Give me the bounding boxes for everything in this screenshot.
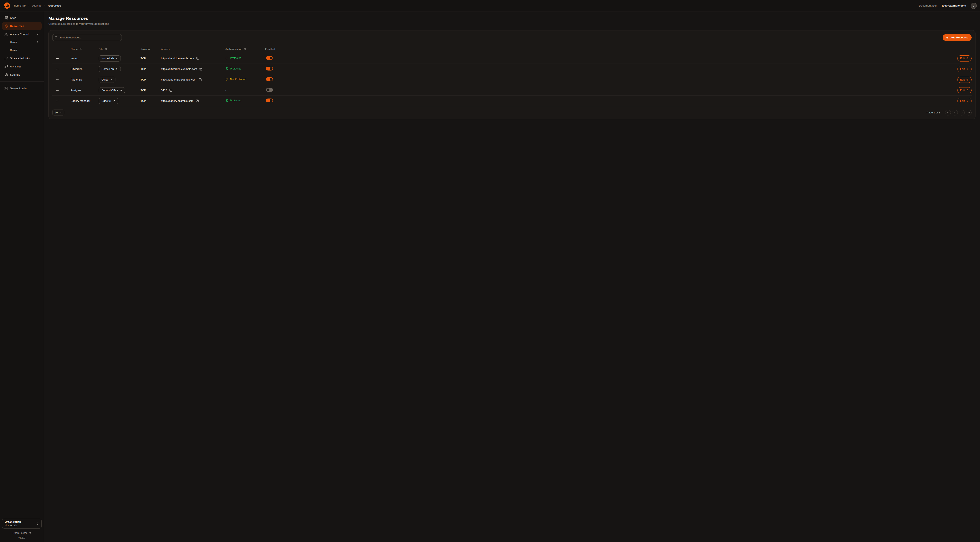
table-row: Battery Manager Edge 01 TCP https://batt… bbox=[52, 96, 320, 106]
table-body: Immich Home Lab TCP https://immich.examp… bbox=[52, 53, 320, 106]
sidebar-item-label: Users bbox=[10, 41, 17, 44]
auth-label: Not Protected bbox=[230, 78, 247, 81]
auth-label: Protected bbox=[230, 56, 242, 59]
table-row: Postgres Second Office TCP 5432 bbox=[52, 85, 320, 96]
site-link-button[interactable]: Home Lab bbox=[99, 56, 121, 62]
arrow-up-right-icon bbox=[113, 100, 115, 102]
sort-icon bbox=[79, 48, 82, 51]
table-row: Authentik Office TCP https://authentik.e… bbox=[52, 74, 320, 85]
arrow-up-right-icon bbox=[115, 57, 118, 60]
chevron-down-icon bbox=[59, 112, 62, 114]
enabled-toggle[interactable] bbox=[266, 77, 273, 81]
resource-protocol: TCP bbox=[140, 78, 161, 81]
row-menu-button[interactable] bbox=[55, 56, 60, 61]
arrow-up-right-icon bbox=[120, 89, 122, 92]
search-wrap bbox=[52, 34, 122, 41]
copy-icon bbox=[196, 57, 199, 60]
header-access: Access bbox=[161, 48, 225, 51]
page-subtitle: Create secure proxies to your private ap… bbox=[48, 22, 320, 26]
sidebar-item-resources[interactable]: Resources bbox=[2, 22, 42, 30]
resource-name: Authentik bbox=[71, 78, 99, 81]
row-menu-button[interactable] bbox=[55, 88, 60, 93]
sidebar-item-access-control[interactable]: Access Control bbox=[2, 30, 42, 38]
copy-access-button[interactable] bbox=[169, 89, 173, 92]
sidebar-item-label: Access Control bbox=[10, 33, 29, 36]
pagination: 20 Page 1 of 1 bbox=[52, 110, 320, 115]
breadcrumb-settings[interactable]: settings bbox=[32, 4, 41, 7]
sidebar-item-settings[interactable]: Settings bbox=[2, 71, 42, 78]
sidebar-item-users[interactable]: Users bbox=[2, 38, 42, 46]
sort-icon bbox=[243, 48, 246, 51]
auth-badge: Not Protected bbox=[225, 78, 247, 81]
toggle-knob bbox=[270, 57, 272, 59]
chevron-right-icon bbox=[27, 4, 30, 7]
gear-icon bbox=[5, 73, 8, 77]
toggle-knob bbox=[270, 78, 272, 81]
search-icon bbox=[54, 36, 57, 39]
chevron-down-icon bbox=[36, 33, 39, 36]
search-input[interactable] bbox=[52, 34, 122, 41]
ellipsis-icon bbox=[56, 99, 59, 103]
copy-access-button[interactable] bbox=[196, 57, 200, 60]
site-link-button[interactable]: Home Lab bbox=[99, 66, 121, 72]
resource-access: https://bitwarden.example.com bbox=[161, 67, 197, 70]
topbar: home-lab settings resources Documentatio… bbox=[0, 0, 320, 11]
copy-icon bbox=[199, 78, 202, 81]
auth-badge: Protected bbox=[225, 56, 242, 59]
sidebar-item-label: API Keys bbox=[10, 65, 21, 68]
row-menu-button[interactable] bbox=[55, 77, 60, 82]
copy-icon bbox=[169, 89, 172, 92]
resources-table: Name Site Protocol Access Authentication… bbox=[52, 45, 320, 106]
pangolin-logo-icon[interactable] bbox=[3, 2, 11, 10]
resource-protocol: TCP bbox=[140, 67, 161, 70]
auth-label: Protected bbox=[230, 99, 242, 102]
enabled-toggle[interactable] bbox=[266, 67, 273, 70]
copy-access-button[interactable] bbox=[198, 78, 202, 81]
shield-check-icon bbox=[225, 67, 228, 70]
server-icon bbox=[5, 87, 8, 90]
ellipsis-icon bbox=[56, 89, 59, 92]
page-size-value: 20 bbox=[55, 111, 57, 114]
arrow-up-right-icon bbox=[110, 78, 113, 81]
header-authentication[interactable]: Authentication bbox=[225, 48, 265, 51]
sidebar-item-roles[interactable]: Roles bbox=[2, 46, 42, 54]
sidebar-item-label: Settings bbox=[10, 73, 20, 76]
row-menu-button[interactable] bbox=[55, 98, 60, 104]
site-link-button[interactable]: Edge 01 bbox=[99, 98, 118, 104]
resource-name: Immich bbox=[71, 57, 99, 60]
card-toolbar: Add Resource bbox=[52, 34, 320, 41]
breadcrumb-resources: resources bbox=[48, 4, 61, 7]
breadcrumb-org[interactable]: home-lab bbox=[14, 4, 25, 7]
sidebar-item-label: Shareable Links bbox=[10, 57, 30, 60]
copy-access-button[interactable] bbox=[199, 67, 203, 71]
enabled-toggle[interactable] bbox=[266, 88, 273, 92]
header-site[interactable]: Site bbox=[99, 48, 140, 51]
shield-off-icon bbox=[225, 78, 228, 81]
sidebar-item-label: Resources bbox=[10, 24, 24, 27]
resource-protocol: TCP bbox=[140, 99, 161, 102]
shield-check-icon bbox=[225, 99, 228, 102]
copy-access-button[interactable] bbox=[196, 99, 199, 103]
waypoints-icon bbox=[5, 24, 8, 28]
sidebar-item-shareable-links[interactable]: Shareable Links bbox=[2, 54, 42, 62]
sidebar-item-api-keys[interactable]: API Keys bbox=[2, 62, 42, 70]
header-name[interactable]: Name bbox=[71, 48, 99, 51]
resource-protocol: TCP bbox=[140, 57, 161, 60]
users-icon bbox=[5, 32, 8, 36]
enabled-toggle[interactable] bbox=[266, 99, 273, 102]
ellipsis-icon bbox=[56, 67, 59, 71]
site-link-button[interactable]: Office bbox=[99, 77, 115, 83]
sidebar-item-sites[interactable]: Sites bbox=[2, 14, 42, 22]
auth-label: Protected bbox=[230, 67, 242, 70]
main-content: Manage Resources Create secure proxies t… bbox=[44, 11, 320, 177]
row-menu-button[interactable] bbox=[55, 67, 60, 72]
resource-access: https://immich.example.com bbox=[161, 57, 194, 60]
site-link-button[interactable]: Second Office bbox=[99, 87, 125, 93]
header-protocol: Protocol bbox=[140, 48, 161, 51]
breadcrumb: home-lab settings resources bbox=[14, 4, 61, 7]
sidebar-item-server-admin[interactable]: Server Admin bbox=[2, 84, 42, 92]
enabled-toggle[interactable] bbox=[266, 56, 273, 60]
auth-badge: Protected bbox=[225, 67, 242, 70]
page-size-select[interactable]: 20 bbox=[52, 110, 64, 115]
key-icon bbox=[5, 65, 8, 68]
